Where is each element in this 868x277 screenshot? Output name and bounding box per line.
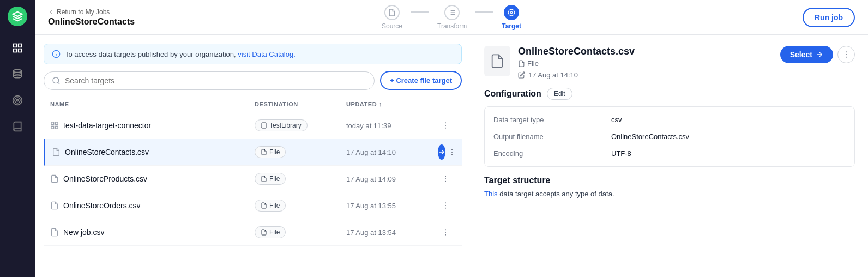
row-name: OnlineStoreOrders.csv bbox=[50, 201, 250, 210]
file-icon bbox=[50, 228, 59, 237]
info-banner: To access data targets published by your… bbox=[44, 44, 462, 64]
search-icon bbox=[52, 76, 61, 85]
more-icon bbox=[441, 228, 450, 237]
large-file-icon bbox=[490, 52, 505, 70]
file-icon bbox=[50, 174, 59, 183]
config-value-filename: OnlineStoreContacts.csv bbox=[611, 130, 846, 143]
top-header: Return to My Jobs OnlineStoreContacts So… bbox=[35, 0, 868, 35]
nav-icon-data[interactable] bbox=[7, 63, 28, 85]
step-target[interactable]: Target bbox=[484, 5, 539, 30]
file-dest-icon bbox=[261, 202, 267, 209]
svg-point-29 bbox=[451, 149, 453, 150]
svg-point-31 bbox=[451, 154, 453, 155]
svg-point-34 bbox=[445, 181, 446, 182]
app-logo[interactable] bbox=[8, 7, 27, 26]
col-updated: UPDATED ↑ bbox=[346, 101, 433, 107]
updated-text: 17 Aug at 14:10 bbox=[346, 148, 433, 156]
svg-rect-2 bbox=[14, 49, 17, 52]
job-title: OnlineStoreContacts bbox=[48, 17, 157, 27]
back-arrow-icon bbox=[48, 9, 55, 15]
svg-rect-1 bbox=[19, 44, 22, 47]
updated-text: 17 Aug at 13:54 bbox=[346, 228, 433, 237]
svg-point-15 bbox=[510, 11, 513, 14]
updated-text: 17 Aug at 13:55 bbox=[346, 202, 433, 210]
select-button[interactable]: Select bbox=[780, 46, 833, 63]
table-row[interactable]: test-data-target-connector TestLibrary t… bbox=[44, 112, 462, 139]
svg-point-32 bbox=[445, 176, 446, 177]
svg-rect-3 bbox=[19, 49, 22, 52]
step-source[interactable]: Source bbox=[364, 5, 420, 30]
edit-button[interactable]: Edit bbox=[547, 88, 572, 100]
svg-line-20 bbox=[58, 82, 59, 84]
row-actions bbox=[438, 144, 455, 160]
row-actions bbox=[438, 171, 455, 186]
detail-type: File bbox=[518, 59, 635, 68]
destination-badge: File bbox=[255, 146, 286, 158]
back-link[interactable]: Return to My Jobs bbox=[48, 8, 157, 16]
row-name: New job.csv bbox=[50, 228, 250, 237]
svg-point-7 bbox=[16, 99, 18, 101]
table-header: NAME DESTINATION UPDATED ↑ bbox=[44, 97, 462, 112]
grid-icon bbox=[50, 121, 59, 130]
svg-point-42 bbox=[846, 51, 847, 52]
destination-badge: File bbox=[255, 200, 286, 212]
file-type-icon bbox=[518, 60, 525, 67]
step-source-label: Source bbox=[382, 22, 402, 30]
row-more-button[interactable] bbox=[448, 144, 456, 160]
detail-more-button[interactable] bbox=[837, 46, 855, 63]
svg-point-36 bbox=[445, 205, 446, 206]
row-more-button[interactable] bbox=[438, 225, 453, 240]
config-value-type: csv bbox=[611, 113, 846, 126]
table-row[interactable]: New job.csv File 17 Aug at 13:54 bbox=[44, 219, 462, 246]
config-title: Configuration bbox=[484, 89, 541, 99]
svg-point-39 bbox=[445, 232, 446, 233]
row-more-button[interactable] bbox=[438, 171, 453, 186]
more-icon bbox=[441, 121, 450, 130]
svg-point-30 bbox=[451, 152, 453, 153]
table-row[interactable]: OnlineStoreProducts.csv File 17 Aug at 1… bbox=[44, 166, 462, 192]
library-icon bbox=[261, 122, 267, 129]
col-name: NAME bbox=[50, 101, 250, 107]
main-content: Return to My Jobs OnlineStoreContacts So… bbox=[35, 0, 868, 277]
row-more-button[interactable] bbox=[438, 198, 453, 213]
row-actions bbox=[438, 198, 455, 213]
search-input[interactable] bbox=[65, 76, 366, 85]
file-icon bbox=[52, 148, 61, 156]
run-job-button[interactable]: Run job bbox=[803, 8, 855, 27]
svg-point-40 bbox=[445, 234, 446, 236]
steps-navigation: Source Transform Target bbox=[364, 5, 539, 30]
destination-badge: File bbox=[255, 173, 286, 185]
row-go-button[interactable] bbox=[438, 144, 445, 160]
data-catalog-link[interactable]: visit Data Catalog. bbox=[238, 50, 296, 58]
nav-icon-book[interactable] bbox=[7, 116, 28, 137]
search-row: + Create file target bbox=[44, 71, 462, 90]
col-destination: DESTINATION bbox=[255, 101, 342, 107]
nav-icon-target[interactable] bbox=[7, 89, 28, 111]
svg-point-44 bbox=[846, 57, 847, 58]
table-row[interactable]: OnlineStoreOrders.csv File 17 Aug at 13:… bbox=[44, 192, 462, 219]
col-actions bbox=[438, 101, 455, 107]
body-split: To access data targets published by your… bbox=[35, 35, 868, 277]
step-source-icon bbox=[384, 5, 400, 20]
header-left: Return to My Jobs OnlineStoreContacts bbox=[48, 8, 157, 27]
updated-text: 17 Aug at 14:09 bbox=[346, 175, 433, 183]
row-name: OnlineStoreContacts.csv bbox=[52, 148, 250, 156]
svg-rect-0 bbox=[14, 44, 17, 47]
table-row[interactable]: OnlineStoreContacts.csv File 17 Aug at 1… bbox=[44, 139, 462, 166]
info-text: To access data targets published by your… bbox=[65, 50, 296, 58]
step-transform[interactable]: Transform bbox=[420, 5, 484, 30]
nav-icon-dashboard[interactable] bbox=[7, 37, 28, 59]
arrow-right-icon bbox=[816, 51, 823, 58]
svg-point-33 bbox=[445, 178, 446, 179]
step-transform-label: Transform bbox=[437, 22, 467, 30]
step-target-label: Target bbox=[502, 22, 521, 30]
config-label-encoding: Encoding bbox=[493, 147, 602, 160]
row-more-button[interactable] bbox=[438, 118, 453, 133]
arrow-right-icon bbox=[438, 148, 445, 156]
back-label: Return to My Jobs bbox=[57, 8, 110, 16]
row-name: OnlineStoreProducts.csv bbox=[50, 174, 250, 183]
config-grid: Data target type csv Output filename Onl… bbox=[484, 106, 855, 167]
left-panel: To access data targets published by your… bbox=[35, 35, 471, 277]
create-file-target-button[interactable]: + Create file target bbox=[380, 71, 462, 90]
svg-rect-21 bbox=[51, 122, 54, 125]
